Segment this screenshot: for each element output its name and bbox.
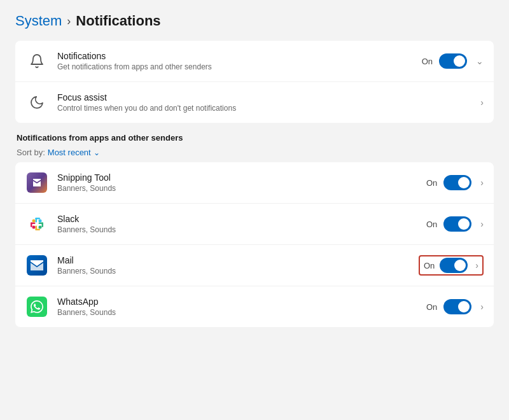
slack-title: Slack: [57, 214, 426, 224]
svg-rect-0: [27, 214, 46, 234]
whatsapp-icon: [25, 295, 48, 318]
whatsapp-right: On ›: [426, 299, 484, 314]
notifications-text: Notifications Get notifications from app…: [57, 51, 422, 71]
notifications-toggle[interactable]: [439, 53, 467, 69]
whatsapp-row[interactable]: WhatsApp Banners, Sounds On ›: [15, 286, 494, 327]
whatsapp-status: On: [426, 302, 437, 312]
notifications-status: On: [422, 57, 433, 66]
svg-point-9: [32, 226, 36, 229]
sort-label: Sort by:: [17, 148, 45, 157]
focus-assist-subtitle: Control times when you do and don't get …: [57, 104, 478, 113]
apps-card: Snipping Tool Banners, Sounds On ›: [15, 162, 494, 327]
whatsapp-subtitle: Banners, Sounds: [57, 308, 426, 317]
snipping-tool-text: Snipping Tool Banners, Sounds: [57, 172, 426, 193]
slack-icon: [25, 213, 48, 235]
snipping-tool-toggle[interactable]: [443, 175, 471, 190]
snipping-tool-title: Snipping Tool: [57, 172, 426, 183]
breadcrumb-system-link[interactable]: System: [15, 13, 62, 29]
svg-point-12: [32, 220, 36, 223]
whatsapp-toggle[interactable]: [443, 299, 471, 314]
snipping-tool-icon: [25, 171, 48, 194]
breadcrumb: System › Notifications: [15, 13, 494, 29]
svg-rect-6: [36, 218, 41, 220]
slack-row[interactable]: Slack Banners, Sounds On ›: [15, 204, 494, 245]
mail-toggle[interactable]: [440, 258, 468, 273]
focus-assist-row[interactable]: Focus assist Control times when you do a…: [15, 82, 494, 123]
snipping-tool-chevron[interactable]: ›: [480, 178, 484, 188]
svg-point-10: [39, 220, 42, 223]
notifications-right: On ⌄: [422, 53, 484, 69]
mail-status: On: [424, 261, 435, 270]
mail-icon: [25, 254, 48, 277]
settings-window: System › Notifications Notifications Get…: [0, 0, 509, 420]
mail-text: Mail Banners, Sounds: [57, 255, 419, 276]
snipping-tool-status: On: [426, 178, 437, 188]
slack-subtitle: Banners, Sounds: [57, 225, 426, 234]
focus-assist-right: ›: [478, 97, 484, 108]
apps-section-label: Notifications from apps and other sender…: [15, 133, 494, 143]
snipping-tool-subtitle: Banners, Sounds: [57, 184, 426, 193]
top-settings-card: Notifications Get notifications from app…: [15, 41, 494, 123]
bell-icon: [25, 50, 48, 73]
svg-rect-4: [42, 223, 44, 228]
svg-rect-2: [31, 223, 32, 228]
mail-row[interactable]: Mail Banners, Sounds On ›: [15, 245, 494, 286]
slack-toggle[interactable]: [443, 216, 471, 232]
slack-status: On: [426, 220, 437, 229]
notifications-chevron-down[interactable]: ⌄: [476, 56, 484, 66]
notifications-row[interactable]: Notifications Get notifications from app…: [15, 41, 494, 82]
breadcrumb-arrow: ›: [67, 15, 71, 28]
sort-value[interactable]: Most recent: [48, 148, 91, 157]
mail-subtitle: Banners, Sounds: [57, 267, 419, 276]
mail-title: Mail: [57, 255, 419, 265]
focus-assist-chevron[interactable]: ›: [480, 97, 484, 108]
svg-rect-8: [36, 229, 41, 231]
whatsapp-title: WhatsApp: [57, 297, 426, 307]
sort-row[interactable]: Sort by: Most recent ⌄: [15, 148, 494, 157]
sort-chevron-icon[interactable]: ⌄: [94, 148, 100, 157]
slack-right: On ›: [426, 216, 484, 232]
mail-chevron[interactable]: ›: [475, 260, 478, 270]
whatsapp-text: WhatsApp Banners, Sounds: [57, 297, 426, 317]
mail-highlight-box: On ›: [419, 255, 484, 276]
notifications-title: Notifications: [57, 51, 422, 61]
notifications-subtitle: Get notifications from apps and other se…: [57, 62, 422, 71]
whatsapp-chevron[interactable]: ›: [480, 302, 484, 312]
slack-chevron[interactable]: ›: [480, 219, 484, 229]
svg-point-11: [39, 226, 42, 229]
snipping-tool-row[interactable]: Snipping Tool Banners, Sounds On ›: [15, 162, 494, 204]
moon-icon: [25, 91, 48, 114]
mail-right: On ›: [419, 255, 484, 276]
slack-text: Slack Banners, Sounds: [57, 214, 426, 234]
focus-assist-title: Focus assist: [57, 92, 478, 102]
breadcrumb-current: Notifications: [76, 13, 160, 29]
snipping-tool-right: On ›: [426, 175, 484, 190]
focus-assist-text: Focus assist Control times when you do a…: [57, 92, 478, 113]
